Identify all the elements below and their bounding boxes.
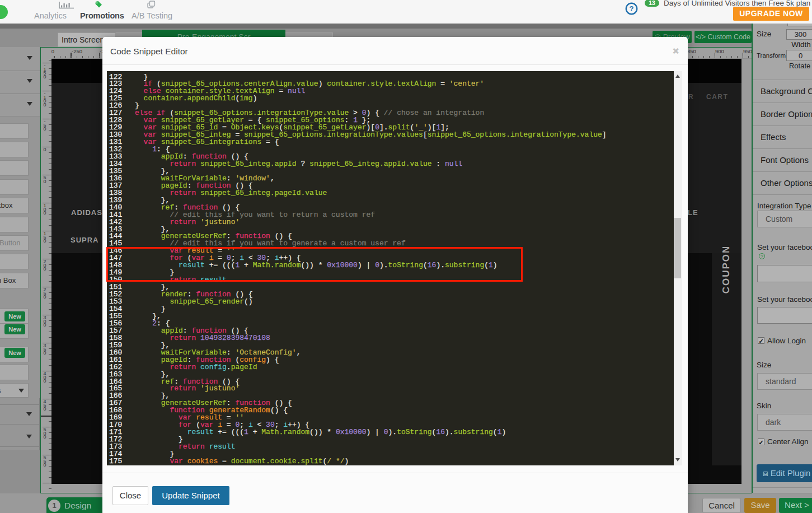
svg-text:?: ? <box>630 4 634 13</box>
